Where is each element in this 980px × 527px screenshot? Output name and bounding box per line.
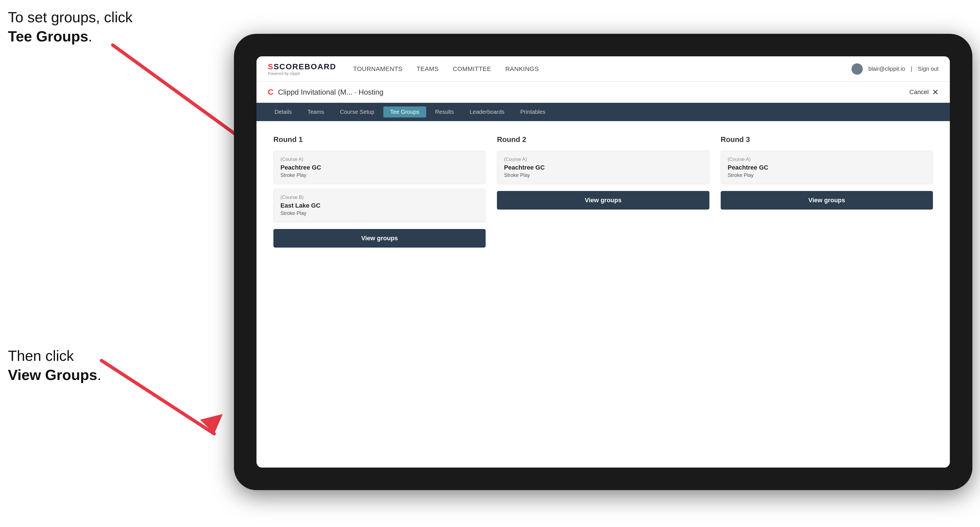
round-2-course-a-name: Peachtree GC bbox=[504, 164, 702, 171]
tab-details[interactable]: Details bbox=[268, 106, 299, 117]
round-1-course-a-format: Stroke Play bbox=[280, 172, 479, 178]
tab-results[interactable]: Results bbox=[428, 106, 461, 117]
sub-header: C Clippd Invitational (M... · Hosting Ca… bbox=[256, 82, 950, 103]
round-2-course-a-card: (Course A) Peachtree GC Stroke Play bbox=[497, 151, 709, 184]
instruction-bold: Tee Groups bbox=[8, 28, 88, 44]
round-1-course-b-label: (Course B) bbox=[280, 195, 479, 200]
round-2-title: Round 2 bbox=[497, 135, 709, 144]
round-3-view-groups-button[interactable]: View groups bbox=[721, 191, 933, 210]
nav-tournaments[interactable]: TOURNAMENTS bbox=[353, 65, 402, 73]
nav-links: TOURNAMENTS TEAMS COMMITTEE RANKINGS bbox=[353, 65, 851, 73]
round-3-course-a-label: (Course A) bbox=[728, 157, 926, 162]
tab-tee-groups[interactable]: Tee Groups bbox=[383, 106, 426, 117]
round-2-column: Round 2 (Course A) Peachtree GC Stroke P… bbox=[497, 135, 709, 248]
clippd-logo: C bbox=[268, 87, 274, 97]
tablet-screen: SSCOREBOARD Powered by clippit TOURNAMEN… bbox=[256, 56, 950, 468]
cancel-x[interactable]: ✕ bbox=[932, 87, 939, 97]
tab-printables[interactable]: Printables bbox=[514, 106, 552, 117]
round-1-course-a-name: Peachtree GC bbox=[280, 164, 479, 171]
round-1-course-b-name: East Lake GC bbox=[280, 202, 479, 209]
svg-line-2 bbox=[102, 360, 214, 434]
cancel-button[interactable]: Cancel bbox=[910, 89, 929, 96]
round-1-course-b-card: (Course B) East Lake GC Stroke Play bbox=[274, 189, 486, 222]
tablet-device: SSCOREBOARD Powered by clippit TOURNAMEN… bbox=[234, 34, 972, 490]
round-3-column: Round 3 (Course A) Peachtree GC Stroke P… bbox=[721, 135, 933, 248]
round-2-view-groups-button[interactable]: View groups bbox=[497, 191, 709, 210]
round-1-course-a-label: (Course A) bbox=[280, 157, 479, 162]
separator: | bbox=[911, 66, 912, 72]
instruction-bold2: View Groups bbox=[8, 367, 97, 383]
svg-marker-3 bbox=[200, 414, 223, 434]
main-content: Round 1 (Course A) Peachtree GC Stroke P… bbox=[256, 121, 950, 468]
round-3-course-a-format: Stroke Play bbox=[728, 172, 926, 178]
round-3-course-a-card: (Course A) Peachtree GC Stroke Play bbox=[721, 151, 933, 184]
round-1-title: Round 1 bbox=[274, 135, 486, 144]
tournament-title: Clippd Invitational (M... · Hosting bbox=[278, 88, 909, 97]
instruction-line1: To set groups, click bbox=[8, 9, 132, 25]
nav-rankings[interactable]: RANKINGS bbox=[505, 65, 539, 73]
logo-c: S bbox=[268, 62, 274, 71]
rounds-container: Round 1 (Course A) Peachtree GC Stroke P… bbox=[274, 135, 933, 248]
instruction-top: To set groups, click Tee Groups. bbox=[8, 8, 132, 46]
nav-bar: SSCOREBOARD Powered by clippit TOURNAMEN… bbox=[256, 56, 950, 82]
logo-title: SSCOREBOARD bbox=[268, 62, 336, 71]
instruction-bottom: Then click View Groups. bbox=[8, 346, 101, 384]
avatar bbox=[851, 63, 863, 75]
user-email: blair@clippit.io bbox=[869, 66, 905, 72]
round-1-course-b-format: Stroke Play bbox=[280, 210, 479, 216]
nav-teams[interactable]: TEAMS bbox=[417, 65, 439, 73]
sign-out-link[interactable]: Sign out bbox=[918, 66, 939, 72]
tab-course-setup[interactable]: Course Setup bbox=[333, 106, 381, 117]
round-1-view-groups-button[interactable]: View groups bbox=[274, 229, 486, 248]
tab-leaderboards[interactable]: Leaderboards bbox=[463, 106, 511, 117]
logo: SSCOREBOARD Powered by clippit bbox=[268, 62, 336, 76]
round-3-title: Round 3 bbox=[721, 135, 933, 144]
round-3-course-a-name: Peachtree GC bbox=[728, 164, 926, 171]
logo-sub: Powered by clippit bbox=[268, 71, 336, 76]
round-1-column: Round 1 (Course A) Peachtree GC Stroke P… bbox=[274, 135, 486, 248]
round-2-course-a-format: Stroke Play bbox=[504, 172, 702, 178]
nav-committee[interactable]: COMMITTEE bbox=[453, 65, 491, 73]
tab-bar: Details Teams Course Setup Tee Groups Re… bbox=[256, 103, 950, 121]
round-2-course-a-label: (Course A) bbox=[504, 157, 702, 162]
tab-teams[interactable]: Teams bbox=[301, 106, 331, 117]
instruction-line3: Then click bbox=[8, 348, 74, 364]
nav-right: blair@clippit.io | Sign out bbox=[851, 63, 939, 75]
round-1-course-a-card: (Course A) Peachtree GC Stroke Play bbox=[274, 151, 486, 184]
